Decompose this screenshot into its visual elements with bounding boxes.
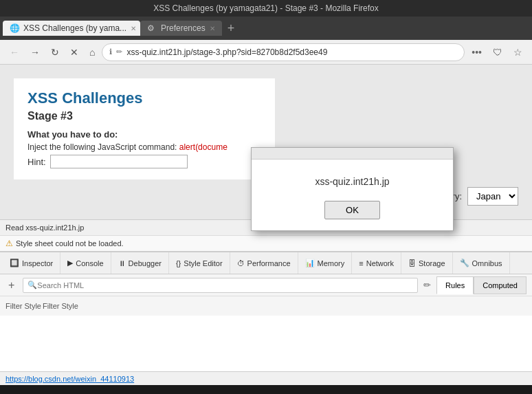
devtools-panel-tabs: Rules Computed xyxy=(436,276,527,294)
forward-button[interactable]: → xyxy=(26,44,44,61)
devtools-tab-console[interactable]: ▶ Console xyxy=(60,252,111,274)
panel-tab-rules[interactable]: Rules xyxy=(436,276,474,294)
reload-button[interactable]: ↻ xyxy=(47,44,63,61)
browser-content: XSS Challenges Stage #3 What you have to… xyxy=(0,65,532,219)
modal-body: xss-quiz.int21h.jp OK xyxy=(252,160,453,230)
address-input[interactable] xyxy=(126,47,457,57)
filter-style-text: Filter Style xyxy=(43,302,78,310)
devtools-panel: 🔲 Inspector ▶ Console ⏸ Debugger {} Styl… xyxy=(0,251,532,371)
devtools-toolbar: + 🔍 ✏ Rules Computed xyxy=(0,274,532,296)
devtools-add-button[interactable]: + xyxy=(5,279,17,292)
devtools-tab-performance[interactable]: ⏱ Performance xyxy=(230,252,298,274)
devtools-tab-inspector[interactable]: 🔲 Inspector xyxy=(3,252,60,274)
modal-ok-button[interactable]: OK xyxy=(324,201,380,219)
omnibus-icon: 🔧 xyxy=(460,259,469,267)
tab-add-button[interactable]: + xyxy=(225,21,238,36)
filter-style-label: Filter Style xyxy=(5,302,41,310)
devtools-tab-network[interactable]: ≡ Network xyxy=(352,252,401,274)
devtools-tab-storage[interactable]: 🗄 Storage xyxy=(401,252,453,274)
devtools-tab-omnibus[interactable]: 🔧 Omnibus xyxy=(453,252,510,274)
modal-overlay: xss-quiz.int21h.jp OK xyxy=(0,65,532,219)
devtools-edit-icon[interactable]: ✏ xyxy=(423,280,431,290)
nav-bar: ← → ↻ ✕ ⌂ ℹ ✏ ••• 🛡 ☆ xyxy=(0,40,532,65)
search-html-input[interactable] xyxy=(37,281,413,289)
warning-icon: ⚠ xyxy=(5,239,13,248)
more-button[interactable]: ••• xyxy=(467,44,486,61)
devtools-tabs: 🔲 Inspector ▶ Console ⏸ Debugger {} Styl… xyxy=(0,252,532,274)
devtools-content xyxy=(0,316,532,371)
home-button[interactable]: ⌂ xyxy=(85,44,99,61)
lock-icon: ℹ xyxy=(109,47,112,56)
style-editor-icon: {} xyxy=(176,259,181,267)
tab-xss-close[interactable]: ✕ xyxy=(131,25,136,32)
modal-dialog: xss-quiz.int21h.jp OK xyxy=(251,147,454,231)
vpn-icon[interactable]: 🛡 xyxy=(489,44,507,61)
bottom-link[interactable]: https://blog.csdn.net/weixin_44110913 xyxy=(5,375,134,383)
storage-icon: 🗄 xyxy=(408,259,416,267)
bookmark-button[interactable]: ☆ xyxy=(509,44,527,61)
tab-prefs-favicon: ⚙ xyxy=(147,23,157,33)
stop-button[interactable]: ✕ xyxy=(66,44,82,61)
tab-prefs[interactable]: ⚙ Preferences ✕ xyxy=(140,21,222,36)
debugger-icon: ⏸ xyxy=(118,259,126,267)
search-icon: 🔍 xyxy=(27,281,37,289)
modal-header xyxy=(252,148,453,160)
tab-bar: 🌐 XSS Challenges (by yama... ✕ ⚙ Prefere… xyxy=(0,17,532,40)
bottom-status-bar: https://blog.csdn.net/weixin_44110913 xyxy=(0,371,532,385)
performance-icon: ⏱ xyxy=(237,259,245,267)
devtools-tab-style-editor[interactable]: {} Style Editor xyxy=(169,252,230,274)
devtools-filter-bar: Filter Style Filter Style xyxy=(0,296,532,316)
memory-icon: 📊 xyxy=(305,259,315,267)
tab-prefs-close[interactable]: ✕ xyxy=(210,25,215,32)
status-bar-2: ⚠ Style sheet could not be loaded. xyxy=(0,235,532,251)
tab-xss-label: XSS Challenges (by yama... xyxy=(23,23,126,33)
status-text-2: Style sheet could not be loaded. xyxy=(16,239,124,248)
devtools-search-bar: 🔍 xyxy=(23,278,418,293)
tab-xss-favicon: 🌐 xyxy=(10,23,19,33)
console-icon: ▶ xyxy=(67,259,73,267)
title-bar: XSS Challenges (by yamagata21) - Stage #… xyxy=(0,0,532,17)
status-text-1: Read xss-quiz.int21h.jp xyxy=(5,223,84,232)
edit-icon: ✏ xyxy=(116,47,122,56)
tab-prefs-label: Preferences xyxy=(161,23,206,33)
address-bar: ℹ ✏ xyxy=(102,43,465,61)
tab-xss[interactable]: 🌐 XSS Challenges (by yama... ✕ xyxy=(3,21,140,36)
modal-domain-text: xss-quiz.int21h.jp xyxy=(265,176,439,187)
devtools-tab-debugger[interactable]: ⏸ Debugger xyxy=(111,252,169,274)
panel-tab-computed[interactable]: Computed xyxy=(474,276,527,294)
network-icon: ≡ xyxy=(359,259,363,267)
back-button[interactable]: ← xyxy=(5,44,23,61)
inspector-icon: 🔲 xyxy=(10,259,19,267)
devtools-tab-memory[interactable]: 📊 Memory xyxy=(298,252,353,274)
title-bar-text: XSS Challenges (by yamagata21) - Stage #… xyxy=(153,3,379,13)
